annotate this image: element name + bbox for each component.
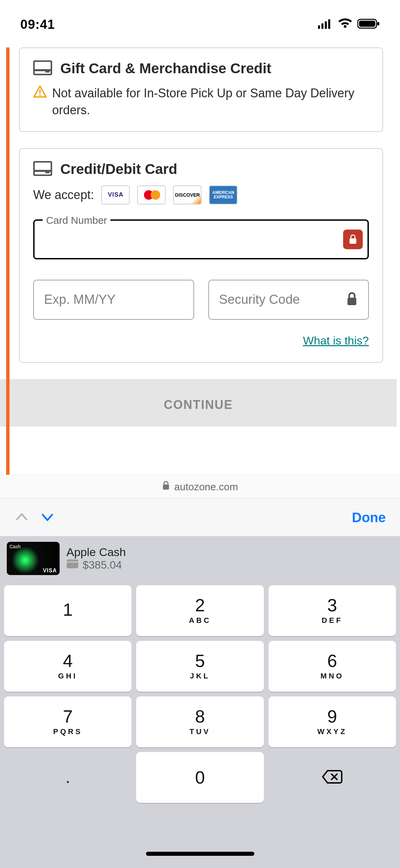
we-accept-label: We accept:	[33, 188, 94, 202]
continue-button[interactable]: CONTINUE	[0, 379, 397, 427]
numeric-keypad: 1 2ABC 3DEF 4GHI 5JKL 6MNO 7PQRS 8TUV 9W…	[0, 580, 400, 868]
accent-bar	[6, 47, 9, 478]
lock-icon	[162, 481, 170, 493]
svg-rect-0	[318, 25, 320, 29]
svg-rect-8	[34, 69, 51, 71]
svg-rect-1	[321, 23, 323, 29]
key-2[interactable]: 2ABC	[136, 585, 264, 636]
key-8[interactable]: 8TUV	[136, 696, 264, 747]
gift-card-warning: Not available for In-Store Pick Up or Sa…	[52, 85, 369, 119]
key-dot[interactable]: .	[4, 752, 131, 803]
continue-label: CONTINUE	[164, 398, 233, 412]
svg-rect-14	[45, 172, 49, 173]
svg-rect-6	[377, 22, 379, 25]
autofill-card-name: Apple Cash	[66, 546, 126, 559]
warning-icon	[33, 85, 47, 100]
status-time: 09:41	[20, 17, 55, 32]
credit-card-panel: Credit/Debit Card We accept: VISA DISCOV…	[19, 148, 383, 363]
svg-rect-2	[325, 21, 327, 29]
battery-icon	[357, 18, 380, 31]
key-9[interactable]: 9WXYZ	[269, 696, 396, 747]
svg-rect-17	[163, 485, 169, 490]
card-number-input[interactable]	[45, 232, 357, 246]
svg-rect-19	[67, 561, 78, 563]
status-icons	[318, 18, 380, 31]
what-is-this-link[interactable]: What is this?	[303, 334, 369, 347]
visa-logo: VISA	[101, 185, 130, 204]
checkout-payment-section: Gift Card & Merchandise Credit Not avail…	[0, 47, 400, 478]
expiry-field[interactable]: Exp. MM/YY	[33, 280, 194, 320]
security-code-field[interactable]: Security Code	[208, 280, 369, 320]
key-0[interactable]: 0	[136, 752, 264, 803]
keyboard-done-button[interactable]: Done	[352, 510, 386, 525]
svg-rect-9	[45, 71, 49, 73]
autofill-card-thumbnail: Cash VISA	[7, 542, 60, 575]
wifi-icon	[338, 18, 353, 31]
password-suggestion-icon[interactable]	[343, 230, 363, 249]
key-6[interactable]: 6MNO	[269, 641, 396, 692]
key-5[interactable]: 5JKL	[136, 641, 264, 692]
card-icon	[33, 161, 52, 177]
svg-rect-18	[67, 559, 78, 568]
wallet-icon	[66, 559, 79, 571]
gift-card-panel: Gift Card & Merchandise Credit Not avail…	[19, 47, 383, 132]
svg-rect-15	[350, 238, 356, 244]
svg-rect-11	[39, 95, 41, 96]
security-code-placeholder: Security Code	[219, 292, 300, 307]
key-1[interactable]: 1	[4, 585, 131, 636]
cellular-icon	[318, 19, 333, 30]
status-bar: 09:41	[0, 0, 400, 47]
svg-rect-3	[328, 19, 330, 29]
key-3[interactable]: 3DEF	[269, 585, 396, 636]
backspace-icon	[321, 769, 343, 786]
card-number-label: Card Number	[43, 215, 110, 226]
credit-card-title: Credit/Debit Card	[60, 161, 177, 177]
autofill-suggestion[interactable]: Cash VISA Apple Cash $385.04	[0, 536, 400, 580]
browser-address-bar[interactable]: autozone.com	[0, 475, 400, 498]
keyboard-accessory-bar: Done	[0, 498, 400, 536]
mastercard-logo	[137, 185, 166, 204]
apple-cash-chip-label: Cash	[9, 544, 21, 549]
discover-logo: DISCOVER	[173, 185, 202, 204]
home-indicator[interactable]	[146, 852, 254, 856]
expiry-placeholder: Exp. MM/YY	[44, 292, 115, 307]
prev-field-chevron-icon	[14, 509, 29, 526]
lock-icon	[346, 292, 358, 307]
svg-rect-13	[34, 170, 51, 172]
svg-rect-16	[348, 298, 356, 305]
amex-logo: AMERICAN EXPRESS	[209, 185, 237, 204]
card-icon	[33, 60, 52, 77]
autofill-card-balance: $385.04	[83, 559, 122, 571]
gift-card-title: Gift Card & Merchandise Credit	[60, 60, 271, 77]
card-number-field[interactable]: Card Number	[33, 219, 369, 259]
svg-rect-5	[359, 21, 375, 27]
key-4[interactable]: 4GHI	[4, 641, 131, 692]
svg-rect-10	[39, 90, 41, 94]
visa-chip-label: VISA	[43, 568, 57, 574]
accepted-brands-row: We accept: VISA DISCOVER AMERICAN EXPRES…	[33, 185, 369, 204]
key-7[interactable]: 7PQRS	[4, 696, 131, 747]
next-field-chevron-icon[interactable]	[40, 509, 55, 526]
key-backspace[interactable]	[269, 752, 396, 803]
domain-text: autozone.com	[174, 481, 238, 493]
